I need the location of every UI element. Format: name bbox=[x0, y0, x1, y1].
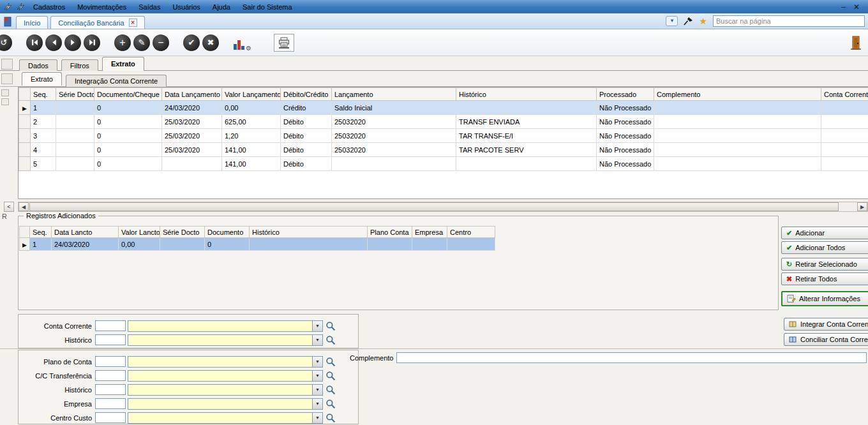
centro-custo-code-input[interactable] bbox=[95, 412, 126, 423]
adicionar-button[interactable]: ✔ Adicionar bbox=[781, 227, 868, 239]
conta-corrente-code-input[interactable] bbox=[95, 320, 126, 331]
search-lookup-icon[interactable] bbox=[326, 385, 336, 395]
col-serie-docto[interactable]: Série Docto bbox=[160, 227, 205, 238]
historico-code-input[interactable] bbox=[95, 384, 126, 395]
chevron-down-icon[interactable]: ▾ bbox=[666, 16, 678, 26]
grid-cell[interactable] bbox=[56, 157, 94, 171]
grid-cell[interactable]: 4 bbox=[31, 143, 56, 157]
grid-cell[interactable] bbox=[821, 115, 868, 129]
col-conta-corrente[interactable]: Conta Corrente bbox=[821, 88, 868, 101]
search-lookup-icon[interactable] bbox=[326, 399, 336, 409]
plano-de-conta-combo[interactable]: ▼ bbox=[128, 356, 323, 368]
grid-cell[interactable] bbox=[654, 157, 821, 171]
grid-cell[interactable]: 625,00 bbox=[222, 115, 281, 129]
grid-cell[interactable]: 0 bbox=[94, 143, 162, 157]
menu-ajuda[interactable]: Ajuda bbox=[207, 2, 236, 12]
grid-cell[interactable]: 25032020 bbox=[332, 129, 456, 143]
empresa-combo[interactable]: ▼ bbox=[128, 398, 323, 410]
search-lookup-icon[interactable] bbox=[326, 413, 336, 423]
grid-cell[interactable]: 141,00 bbox=[222, 157, 281, 171]
scroll-left-icon[interactable]: ◀ bbox=[19, 202, 29, 211]
grid-cell[interactable] bbox=[456, 157, 597, 171]
confirm-button[interactable]: ✔ bbox=[183, 34, 200, 51]
cc-transferencia-code-input[interactable] bbox=[95, 370, 126, 381]
grid-cell[interactable]: 1,20 bbox=[222, 129, 281, 143]
col-documento-cheque[interactable]: Documento/Cheque bbox=[94, 88, 162, 101]
grid-cell[interactable]: Não Processado bbox=[597, 115, 654, 129]
col-historico[interactable]: Histórico bbox=[456, 88, 597, 101]
grid-cell[interactable]: Saldo Inicial bbox=[332, 101, 456, 115]
menu-sair[interactable]: Sair do Sistema bbox=[237, 2, 298, 12]
tab-extrato[interactable]: Extrato bbox=[102, 57, 144, 71]
tab-close-icon[interactable]: ✕ bbox=[129, 19, 137, 27]
grid-cell[interactable] bbox=[56, 101, 94, 115]
grid-cell[interactable]: Não Processado bbox=[597, 129, 654, 143]
col-data-lancamento[interactable]: Data Lançamento bbox=[162, 88, 222, 101]
add-record-button[interactable]: + bbox=[114, 34, 131, 51]
menu-movimentacoes[interactable]: Movimentações bbox=[71, 2, 132, 12]
tab-inicio[interactable]: Início bbox=[16, 16, 48, 29]
grid-cell[interactable]: 25032020 bbox=[332, 115, 456, 129]
grid-cell[interactable]: 25/03/2020 bbox=[162, 129, 222, 143]
collapse-panel-button[interactable]: < bbox=[4, 202, 14, 212]
dropdown-icon[interactable]: ▼ bbox=[312, 321, 322, 331]
grid-cell[interactable]: 0,00 bbox=[119, 238, 160, 251]
scrollbar-thumb[interactable] bbox=[29, 202, 839, 211]
grid-cell[interactable] bbox=[821, 101, 868, 115]
pin-icon[interactable] bbox=[684, 17, 693, 26]
dropdown-icon[interactable]: ▼ bbox=[312, 385, 322, 395]
grid-cell[interactable]: Débito bbox=[281, 129, 332, 143]
col-processado[interactable]: Processado bbox=[597, 88, 654, 101]
grid-cell[interactable] bbox=[56, 129, 94, 143]
menu-cadastros[interactable]: Cadastros bbox=[27, 2, 71, 12]
last-record-button[interactable] bbox=[84, 34, 100, 51]
grid-cell[interactable] bbox=[250, 238, 368, 251]
alterar-informacoes-button[interactable]: Alterar Informações bbox=[781, 291, 868, 306]
tab-filtros[interactable]: Filtros bbox=[61, 59, 98, 71]
historico-combo[interactable]: ▼ bbox=[128, 334, 323, 346]
empresa-code-input[interactable] bbox=[95, 398, 126, 409]
grid-cell[interactable] bbox=[654, 143, 821, 157]
retirar-todos-button[interactable]: ✖ Retirar Todos bbox=[781, 272, 868, 285]
historico-combo[interactable]: ▼ bbox=[128, 384, 323, 396]
col-seq[interactable]: Seq. bbox=[31, 88, 56, 101]
registros-row-1[interactable]: ▶ 1 24/03/2020 0,00 0 bbox=[20, 238, 495, 251]
grid-cell[interactable]: TAR TRANSF-E/I bbox=[456, 129, 597, 143]
col-valor-lancto[interactable]: Valor Lancto bbox=[119, 227, 160, 238]
col-centro[interactable]: Centro bbox=[447, 227, 495, 238]
cancel-button[interactable]: ✖ bbox=[202, 34, 219, 51]
dropdown-icon[interactable]: ▼ bbox=[312, 335, 322, 345]
grid-cell[interactable]: 25032020 bbox=[332, 143, 456, 157]
col-complemento[interactable]: Complemento bbox=[654, 88, 821, 101]
retirar-selecionado-button[interactable]: ↻ Retirar Selecionado bbox=[781, 258, 868, 271]
first-record-button[interactable] bbox=[26, 34, 43, 51]
favorites-star-icon[interactable]: ★ bbox=[699, 17, 707, 26]
grid-cell[interactable]: 24/03/2020 bbox=[52, 238, 119, 251]
previous-record-button[interactable] bbox=[45, 34, 62, 51]
centro-custo-combo[interactable]: ▼ bbox=[128, 412, 323, 424]
grid-cell[interactable] bbox=[56, 143, 94, 157]
col-documento[interactable]: Documento bbox=[205, 227, 250, 238]
tab-conciliacao-bancaria[interactable]: Conciliação Bancária ✕ bbox=[50, 16, 144, 29]
col-lancamento[interactable]: Lançamento bbox=[332, 88, 456, 101]
grid-cell[interactable] bbox=[821, 129, 868, 143]
subtab-extrato[interactable]: Extrato bbox=[22, 72, 62, 86]
col-data-lancto[interactable]: Data Lancto bbox=[52, 227, 119, 238]
grid-cell[interactable] bbox=[456, 101, 597, 115]
grid-cell[interactable] bbox=[162, 157, 222, 171]
grid-cell[interactable]: Não Processado bbox=[597, 157, 654, 171]
grid-cell[interactable]: TAR PACOTE SERV bbox=[456, 143, 597, 157]
menu-usuarios[interactable]: Usuários bbox=[167, 2, 206, 12]
extrato-row-5[interactable]: 5 0 141,00 Débito Não Processado bbox=[19, 157, 868, 171]
grid-cell[interactable]: 0 bbox=[205, 238, 250, 251]
search-lookup-icon[interactable] bbox=[326, 335, 336, 345]
search-input[interactable] bbox=[713, 15, 865, 27]
grid-cell[interactable] bbox=[654, 129, 821, 143]
col-debito-credito[interactable]: Débito/Crédito bbox=[281, 88, 332, 101]
grid-cell[interactable]: Crédito bbox=[281, 101, 332, 115]
print-button[interactable] bbox=[274, 34, 294, 52]
conciliar-conta-corrente-button[interactable]: Conciliar Conta Corren bbox=[784, 333, 868, 346]
plano-de-conta-code-input[interactable] bbox=[95, 356, 126, 367]
grid-cell[interactable]: 141,00 bbox=[222, 143, 281, 157]
grid-cell[interactable] bbox=[368, 238, 412, 251]
